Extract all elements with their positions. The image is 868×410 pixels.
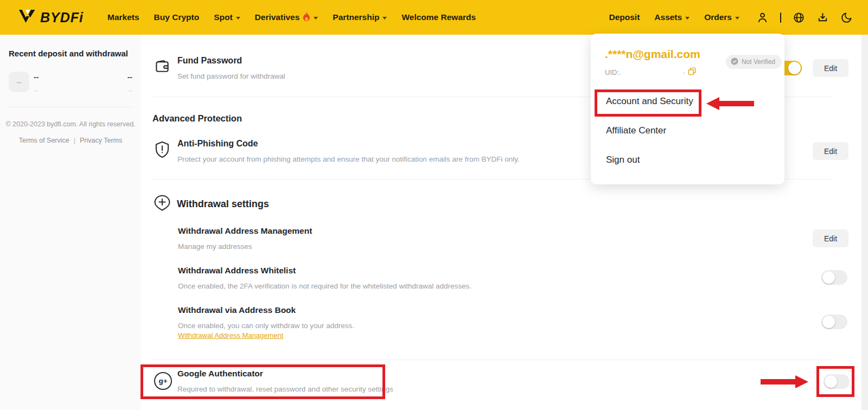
recent-activity-secondary: -- [34,87,37,93]
verification-seal-icon [731,57,738,67]
anti-phishing-edit-button[interactable]: Edit [813,142,848,160]
withdrawal-via-address-book-toggle[interactable] [821,315,847,329]
nav-markets[interactable]: Markets [107,12,139,22]
chevron-down-icon [236,17,240,20]
withdrawal-address-management-edit-button[interactable]: Edit [813,229,848,247]
anti-phishing-title: Anti-Phishing Code [177,139,258,149]
google-authenticator-desc: Required to withdrawal, reset password a… [177,385,393,393]
nav-welcome-rewards[interactable]: Welcome Rewards [401,12,476,22]
footer-links: Terms of Service|Privacy Terms [0,137,141,144]
chevron-down-icon [685,17,690,20]
nav-buy-crypto[interactable]: Buy Crypto [154,12,200,22]
uid-dot: · [683,68,685,76]
dark-mode-moon-icon[interactable] [840,11,853,24]
recent-activity-placeholder-icon: -- [9,72,29,92]
withdrawal-address-management-link[interactable]: Withdrawal Address Management [178,331,283,339]
recent-activity-secondary-right: -- [129,87,132,93]
bydfi-logo[interactable]: BYDFi [18,9,84,25]
section-divider [152,360,833,360]
fund-password-desc: Set fund password for withdrawal [177,72,285,80]
menu-item-account-and-security[interactable]: Account and Security [606,96,693,107]
account-email: .****n@gmail.com [605,48,700,61]
google-authenticator-title: Google Authenticator [177,369,263,379]
globe-icon[interactable] [793,11,805,24]
nav-spot[interactable]: Spot [214,12,240,22]
google-authenticator-toggle[interactable] [824,374,850,389]
flame-icon [303,12,310,23]
nav-orders[interactable]: Orders [704,12,739,22]
withdrawal-address-whitelist-desc: Once enabled, the 2FA verification is no… [178,282,471,290]
nav-deposit[interactable]: Deposit [609,12,640,22]
sidebar-title: Recent deposit and withdrawal [9,49,128,58]
location-pin-plus-icon [154,195,171,213]
navbar-divider [780,12,781,23]
withdrawal-settings-heading: Withdrawal settings [177,198,269,210]
main-nav: Markets Buy Crypto Spot Derivatives Part… [107,12,476,23]
shield-alert-icon [154,141,170,158]
fund-password-title: Fund Password [177,56,242,66]
withdrawal-via-address-book-title: Withdrawal via Address Book [178,305,296,315]
chevron-down-icon [382,17,387,20]
fund-password-edit-button[interactable]: Edit [813,59,848,77]
withdrawal-address-whitelist-title: Withdrawal Address Whitelist [178,266,296,276]
menu-item-affiliate-center[interactable]: Affiliate Center [606,125,666,136]
user-icon[interactable] [756,11,769,24]
recent-activity-primary: -- [34,73,39,81]
nav-assets[interactable]: Assets [654,12,690,22]
footer-link-separator: | [74,137,75,144]
bydfi-security-settings-page: BYDFi Markets Buy Crypto Spot Derivative… [0,0,868,410]
withdrawal-address-management-desc: Manage my addresses [178,242,252,251]
copy-uid-control[interactable]: · [683,67,696,78]
nav-partnership[interactable]: Partnership [333,12,387,22]
recent-activity-primary-right: -- [127,73,132,81]
account-dropdown-menu: .****n@gmail.com UID:. · Not Verified Ac… [591,34,784,184]
scrollbar-track[interactable] [861,35,868,410]
kyc-status-badge: Not Verified [726,55,782,69]
wallet-icon [154,59,170,75]
anti-phishing-desc: Protect your account from phishing attem… [177,155,520,163]
security-settings-content: Fund Password Set fund password for with… [141,35,868,410]
withdrawal-address-management-title: Withdrawal Address Management [178,226,312,236]
advanced-protection-heading: Advanced Protection [152,113,242,124]
google-authenticator-icon: g+ [154,372,172,390]
nav-derivatives[interactable]: Derivatives [255,12,318,23]
copy-icon [688,67,696,78]
terms-of-service-link[interactable]: Terms of Service [19,137,69,144]
top-navbar: BYDFi Markets Buy Crypto Spot Derivative… [0,0,868,35]
chevron-down-icon [314,17,318,20]
sidebar-divider [9,107,132,107]
chevron-down-icon [735,17,739,20]
copyright-text: © 2020-2023 bydfi.com. All rights reserv… [0,120,141,128]
recent-activity-sidebar: Recent deposit and withdrawal -- -- -- -… [0,35,141,410]
menu-item-sign-out[interactable]: Sign out [606,155,640,165]
bydfi-logo-icon [18,9,36,25]
withdrawal-via-address-book-desc: Once enabled, you can only withdraw to y… [178,322,354,330]
kyc-status-text: Not Verified [742,58,775,66]
navbar-right: Deposit Assets Orders [609,11,853,24]
privacy-terms-link[interactable]: Privacy Terms [80,137,122,144]
bydfi-wordmark: BYDFi [40,10,84,25]
withdrawal-address-whitelist-toggle[interactable] [821,270,847,285]
download-app-icon[interactable] [816,11,829,24]
account-uid-label: UID:. [605,68,621,76]
